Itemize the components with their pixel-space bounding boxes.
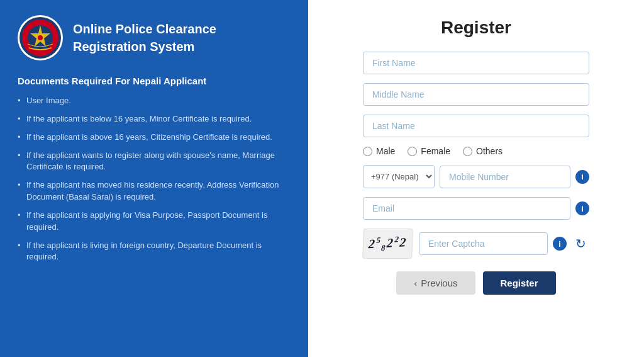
list-item: If the applicant has moved his residence… (18, 179, 291, 203)
last-name-field[interactable] (363, 115, 589, 137)
mobile-number-field[interactable] (440, 166, 570, 188)
buttons-row: ‹ Previous Register (363, 271, 589, 295)
header-section: Online Police Clearance Registration Sys… (18, 15, 291, 60)
first-name-group (363, 52, 589, 74)
gender-others-option[interactable]: Others (463, 146, 502, 156)
middle-name-field[interactable] (363, 83, 589, 106)
gender-others-label: Others (476, 146, 502, 156)
mobile-info-icon[interactable]: i (575, 170, 589, 184)
captcha-refresh-icon[interactable]: ↻ (572, 235, 589, 252)
gender-row: Male Female Others (363, 146, 589, 156)
email-row: i (363, 197, 589, 220)
captcha-input-group: i ↻ (419, 232, 589, 255)
captcha-info-icon[interactable]: i (553, 237, 567, 251)
gender-female-radio[interactable] (408, 147, 417, 156)
docs-heading: Documents Required For Nepali Applicant (18, 76, 291, 86)
list-item: If the applicant is applying for Visa Pu… (18, 210, 291, 234)
phone-row: +977 (Nepal) i (363, 165, 589, 188)
svg-point-4 (38, 35, 43, 40)
captcha-row: 258222 i ↻ (363, 229, 589, 259)
list-item: If the applicant wants to register along… (18, 150, 291, 174)
middle-name-group (363, 83, 589, 106)
list-item: If the applicant is living in foreign co… (18, 240, 291, 264)
list-item: If the applicant is above 16 years, Citi… (18, 132, 291, 144)
gender-male-option[interactable]: Male (363, 146, 395, 156)
register-button[interactable]: Register (483, 271, 556, 295)
gender-others-radio[interactable] (463, 147, 472, 156)
chevron-left-icon: ‹ (414, 278, 417, 288)
gender-female-label: Female (421, 146, 450, 156)
gender-male-label: Male (376, 146, 395, 156)
right-panel: Register Male Female Others +977 (Nepal)… (308, 0, 644, 357)
captcha-image: 258222 (362, 229, 413, 259)
gender-male-radio[interactable] (363, 147, 372, 156)
email-info-icon[interactable]: i (575, 201, 589, 215)
first-name-field[interactable] (363, 52, 589, 74)
previous-label: Previous (421, 278, 457, 288)
captcha-field[interactable] (419, 232, 548, 255)
email-field[interactable] (363, 197, 570, 220)
list-item: User Image. (18, 95, 291, 107)
previous-button[interactable]: ‹ Previous (396, 271, 475, 295)
docs-list: User Image. If the applicant is below 16… (18, 95, 291, 269)
last-name-group (363, 115, 589, 137)
logo (18, 15, 63, 60)
gender-female-option[interactable]: Female (408, 146, 450, 156)
page-title: Register (441, 18, 511, 38)
app-title: Online Police Clearance Registration Sys… (73, 20, 216, 55)
left-panel: Online Police Clearance Registration Sys… (0, 0, 308, 357)
list-item: If the applicant is below 16 years, Mino… (18, 113, 291, 125)
country-code-select[interactable]: +977 (Nepal) (363, 165, 435, 188)
